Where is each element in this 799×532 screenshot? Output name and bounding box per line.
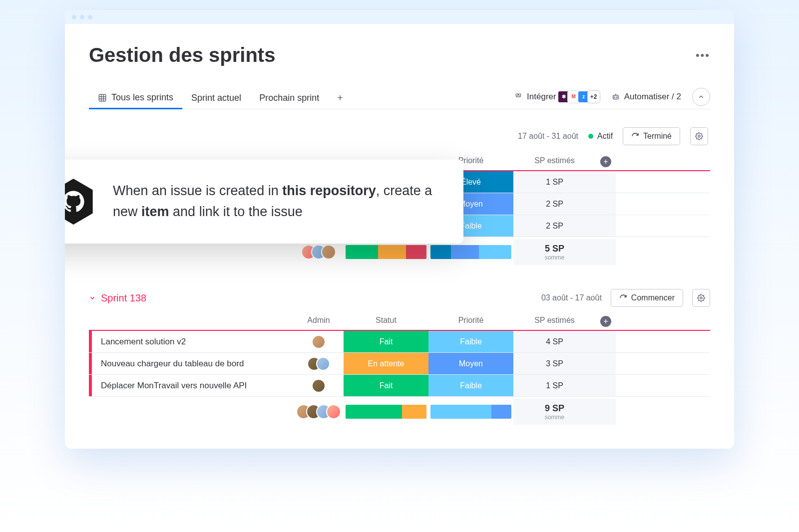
finish-label: Terminé [643,132,672,141]
tab-current-sprint[interactable]: Sprint actuel [182,88,250,108]
priority-cell[interactable]: Moyen [428,353,513,374]
avatar [316,357,330,371]
status-summary-bar [344,245,428,259]
svg-point-9 [698,135,700,137]
table-row[interactable]: Nouveau chargeur du tableau de bord En a… [89,353,710,375]
tab-label: Tous les sprints [111,92,173,103]
integrate-label: Intégrer [527,92,556,102]
row-handle [596,331,616,352]
robot-icon [611,92,620,101]
play-icon [619,294,627,302]
summary-avatars [294,245,344,260]
status-summary-bar [344,405,428,419]
date-range: 17 août - 31 août [518,132,578,141]
row-handle [596,353,616,374]
callout-text: When an issue is created in this reposit… [113,181,441,223]
sp-cell[interactable]: 1 SP [513,171,596,193]
start-button[interactable]: Commencer [611,289,683,307]
automate-label: Automatiser / 2 [624,92,681,102]
priority-summary-bar [428,405,513,419]
date-range: 03 août - 17 août [541,293,602,302]
tab-bar: Tous les sprints Sprint actuel Prochain … [89,87,710,109]
row-handle [596,375,616,396]
tab-label: Sprint actuel [191,93,241,103]
svg-point-6 [614,97,615,98]
chevron-down-icon [89,294,96,301]
priority-cell[interactable]: Faible [428,375,513,396]
sp-cell[interactable]: 1 SP [513,375,596,396]
col-priority: Priorité [428,316,513,327]
title-bar: Gestion des sprints ••• [89,44,710,66]
col-sp: SP estimés [513,156,596,167]
sp-cell[interactable]: 3 SP [513,353,596,374]
browser-window: Gestion des sprints ••• Tous les sprints… [65,10,734,449]
window-dot [72,15,76,19]
window-chrome [65,10,734,24]
task-name[interactable]: Nouveau chargeur du tableau de bord [92,359,294,369]
svg-point-10 [700,297,702,299]
collapse-button[interactable] [692,88,710,106]
status-dot-icon [588,134,593,139]
admin-cell[interactable] [294,331,344,352]
add-tab-button[interactable]: + [328,87,352,109]
integrate-button[interactable]: Intégrer ✱ M z +2 [514,90,600,103]
task-name[interactable]: Déplacer MonTravail vers nouvelle API [92,381,294,391]
sprint-name-label: Sprint 138 [101,292,146,304]
task-name[interactable]: Lancement solution v2 [92,337,294,347]
table-row[interactable]: Lancement solution v2 Fait Faible 4 SP [89,331,710,353]
sp-summary: 5 SP somme [513,239,596,265]
admin-cell[interactable] [294,353,344,374]
row-handle [596,193,616,215]
avatar [312,379,326,393]
col-status: Statut [344,316,428,327]
svg-rect-0 [99,94,106,101]
window-dot [80,15,84,19]
sp-cell[interactable]: 2 SP [513,215,596,237]
app-content: Gestion des sprints ••• Tous les sprints… [65,24,734,449]
add-column-button[interactable]: + [596,156,616,167]
avatar [326,404,341,419]
sprint-toggle[interactable]: Sprint 138 [89,292,146,304]
admin-cell[interactable] [294,375,344,396]
status-cell[interactable]: En attente [344,353,428,374]
status-indicator: Actif [588,132,613,141]
refresh-icon [631,132,639,140]
finish-button[interactable]: Terminé [623,127,680,145]
col-sp: SP estimés [513,316,596,327]
sp-cell[interactable]: 2 SP [513,193,596,215]
github-icon [65,178,96,226]
summary-avatars [294,404,344,419]
page-title: Gestion des sprints [89,44,275,66]
table-row[interactable]: Déplacer MonTravail vers nouvelle API Fa… [89,375,710,397]
table-header: Admin Statut Priorité SP estimés + [89,316,710,331]
tab-next-sprint[interactable]: Prochain sprint [250,88,328,108]
status-cell[interactable]: Fait [344,375,428,396]
start-label: Commencer [631,293,675,302]
priority-summary-bar [428,245,513,259]
sprint-settings-button[interactable] [692,289,710,307]
gear-icon [697,294,705,302]
tab-all-sprints[interactable]: Tous les sprints [89,87,182,109]
status-label: Actif [597,132,613,141]
tab-label: Prochain sprint [259,93,319,103]
integrate-icon [514,92,523,101]
add-column-button[interactable]: + [596,316,616,327]
summary-row: 9 SP somme [89,399,710,425]
more-apps-badge[interactable]: +2 [587,90,600,103]
sprint-actions: 17 août - 31 août Actif Terminé [89,127,710,145]
automation-callout: When an issue is created in this reposit… [65,160,463,244]
sprint-header: Sprint 138 03 août - 17 août Commencer [89,289,710,307]
sp-cell[interactable]: 4 SP [513,331,596,352]
automate-button[interactable]: Automatiser / 2 [611,92,681,102]
col-admin: Admin [294,316,344,327]
svg-point-7 [616,97,617,98]
status-cell[interactable]: Fait [344,331,428,352]
toolbar-right: Intégrer ✱ M z +2 Automatiser / 2 [514,88,710,109]
more-menu-icon[interactable]: ••• [696,49,710,62]
gear-icon [695,132,703,140]
sprint-settings-button[interactable] [690,127,708,145]
sp-summary: 9 SP somme [513,399,596,425]
priority-cell[interactable]: Faible [428,331,513,352]
avatar [312,335,326,349]
app-badges: ✱ M z +2 [560,90,600,103]
